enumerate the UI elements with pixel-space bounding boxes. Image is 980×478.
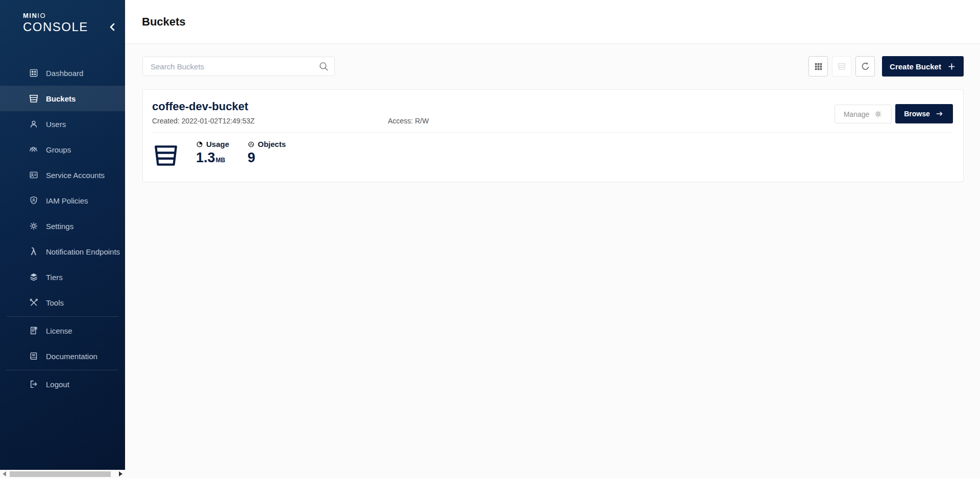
- sidebar-item-buckets[interactable]: Buckets: [0, 86, 125, 111]
- bucket-created: Created: 2022-01-02T12:49:53Z: [152, 117, 388, 125]
- sidebar-divider: [7, 316, 118, 317]
- search-icon: [318, 61, 329, 72]
- sidebar-item-settings[interactable]: Settings: [0, 213, 125, 239]
- sidebar-item-label: Notification Endpoints: [46, 247, 120, 256]
- bucket-card: coffee-dev-bucket Created: 2022-01-02T12…: [142, 89, 964, 182]
- app-logo: MINIO CONSOLE: [0, 0, 125, 44]
- create-bucket-label: Create Bucket: [890, 62, 941, 71]
- refresh-icon: [860, 61, 871, 72]
- sidebar-item-users[interactable]: Users: [0, 111, 125, 137]
- arrow-right-icon: [935, 110, 944, 118]
- sidebar-item-license[interactable]: License: [0, 318, 125, 343]
- sidebar-item-notification-endpoints[interactable]: λ Notification Endpoints: [0, 239, 125, 264]
- scroll-left-arrow[interactable]: [3, 471, 6, 476]
- layers-icon: [28, 272, 39, 283]
- sidebar-item-label: Logout: [46, 380, 69, 389]
- bucket-icon: [28, 93, 39, 104]
- bucket-name[interactable]: coffee-dev-bucket: [152, 100, 953, 113]
- browse-label: Browse: [904, 110, 930, 118]
- sidebar-item-tools[interactable]: Tools: [0, 290, 125, 315]
- sidebar-collapse-button[interactable]: [106, 20, 119, 34]
- sidebar-item-label: Tiers: [46, 273, 63, 282]
- scrollbar-thumb[interactable]: [10, 471, 111, 477]
- sidebar-item-logout[interactable]: Logout: [0, 371, 125, 397]
- usage-unit: MB: [216, 157, 226, 164]
- license-icon: [28, 325, 39, 336]
- grid-view-icon: [814, 62, 823, 71]
- sidebar-item-label: Service Accounts: [46, 171, 105, 180]
- lambda-icon: λ: [28, 246, 39, 257]
- horizontal-scrollbar: [0, 470, 125, 478]
- id-card-icon: [28, 170, 39, 181]
- action-bar: Create Bucket: [125, 44, 980, 77]
- browse-button[interactable]: Browse: [895, 104, 953, 123]
- bucket-stats: Usage 1.3MB Objects 9: [152, 140, 953, 169]
- objects-metric: Objects 9: [248, 140, 286, 166]
- view-toolbar: Create Bucket: [808, 56, 964, 77]
- logout-icon: [28, 379, 39, 390]
- objects-icon: [248, 141, 255, 148]
- sidebar-item-service-accounts[interactable]: Service Accounts: [0, 162, 125, 188]
- dashboard-icon: [28, 68, 39, 79]
- book-icon: [28, 351, 39, 362]
- sidebar-item-tiers[interactable]: Tiers: [0, 264, 125, 290]
- refresh-button[interactable]: [855, 56, 875, 77]
- objects-label-row: Objects: [248, 140, 286, 148]
- chevron-left-icon: [109, 23, 116, 31]
- page-title: Buckets: [142, 15, 186, 29]
- plus-icon: [947, 62, 956, 71]
- manage-button[interactable]: Manage: [835, 105, 892, 123]
- groups-icon: [28, 144, 39, 155]
- usage-pie-icon: [196, 141, 203, 148]
- main-content: Buckets: [125, 0, 980, 478]
- search-wrap: [142, 57, 335, 76]
- sidebar-item-label: Tools: [46, 298, 64, 307]
- objects-label: Objects: [258, 140, 286, 148]
- sidebar-item-label: Buckets: [46, 94, 76, 103]
- bucket-meta: Created: 2022-01-02T12:49:53Z Access: R/…: [152, 117, 953, 125]
- objects-value: 9: [248, 150, 286, 166]
- manage-label: Manage: [844, 110, 870, 118]
- sidebar-menu: Dashboard Buckets Users Groups Service A: [0, 44, 125, 397]
- sidebar-item-groups[interactable]: Groups: [0, 137, 125, 162]
- sidebar-item-label: Settings: [46, 222, 74, 231]
- grid-view-button[interactable]: [808, 56, 828, 77]
- bucket-access: Access: R/W: [388, 117, 429, 125]
- tools-icon: [28, 297, 39, 308]
- sidebar-item-label: IAM Policies: [46, 196, 88, 205]
- sidebar-item-label: Dashboard: [46, 69, 83, 78]
- bucket-list-icon: [837, 62, 846, 71]
- sidebar-item-iam-policies[interactable]: IAM Policies: [0, 188, 125, 213]
- usage-label: Usage: [206, 140, 229, 148]
- user-icon: [28, 119, 39, 130]
- sidebar-item-label: Groups: [46, 145, 71, 154]
- page-header: Buckets: [125, 0, 980, 44]
- sidebar-item-documentation[interactable]: Documentation: [0, 343, 125, 369]
- brand-minio: MINIO: [23, 12, 125, 19]
- usage-label-row: Usage: [196, 140, 229, 148]
- sidebar-item-label: Documentation: [46, 352, 97, 361]
- sidebar-divider: [7, 370, 118, 370]
- gear-icon: [874, 110, 883, 118]
- shield-icon: [28, 195, 39, 206]
- create-bucket-button[interactable]: Create Bucket: [882, 56, 964, 77]
- scroll-right-arrow[interactable]: [119, 471, 122, 476]
- usage-value: 1.3MB: [196, 150, 229, 166]
- list-view-button[interactable]: [832, 56, 851, 77]
- usage-metric: Usage 1.3MB: [196, 140, 229, 166]
- sidebar: MINIO CONSOLE Dashboard Buckets Users: [0, 0, 125, 470]
- gear-icon: [28, 221, 39, 232]
- sidebar-item-label: License: [46, 326, 72, 335]
- sidebar-item-label: Users: [46, 120, 66, 129]
- card-divider: [152, 132, 953, 133]
- search-input[interactable]: [142, 57, 335, 76]
- bucket-icon: [152, 141, 180, 169]
- sidebar-item-dashboard[interactable]: Dashboard: [0, 60, 125, 86]
